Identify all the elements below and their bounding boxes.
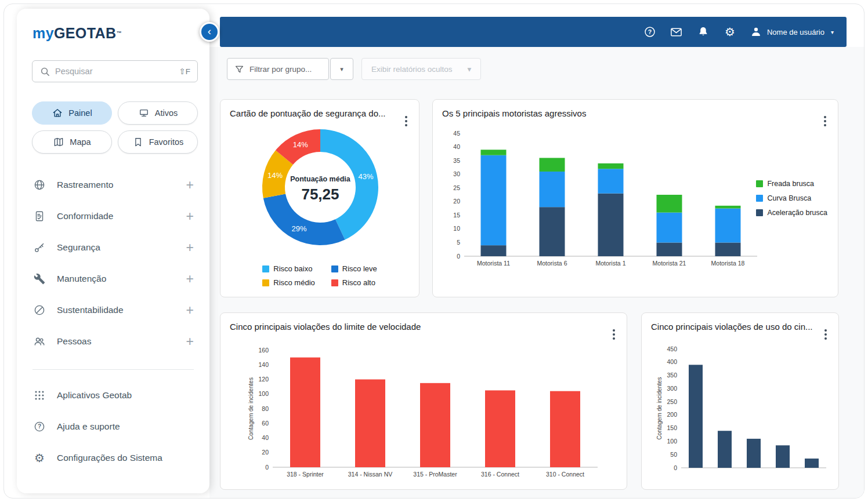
sidebar-item-pessoas[interactable]: Pessoas + (32, 326, 194, 357)
card-title: Cinco principais violações de uso do cin… (642, 313, 838, 332)
svg-text:14%: 14% (267, 171, 283, 180)
sidebar-item-painel[interactable]: Painel (32, 101, 112, 125)
svg-text:Motorista 6: Motorista 6 (537, 260, 567, 267)
svg-text:120: 120 (258, 376, 269, 383)
svg-text:Contagem de incidentes: Contagem de incidentes (656, 377, 663, 440)
svg-text:5: 5 (457, 239, 460, 246)
settings-button[interactable]: ⚙ (723, 25, 737, 39)
kebab-icon (613, 329, 615, 332)
search-input[interactable] (55, 67, 174, 76)
sidebar-item-configuracoes-do-sistema[interactable]: ⚙ Configurações do Sistema (32, 442, 194, 474)
sidebar-item-ajuda-e-suporte[interactable]: ? Ajuda e suporte (32, 411, 194, 442)
legend-item: Aceleração brusca (756, 209, 827, 217)
card-title: Cinco principais violações do limite de … (220, 313, 627, 332)
card-menu-button[interactable] (818, 321, 834, 339)
safety-key-icon (33, 241, 46, 254)
kebab-icon (824, 329, 827, 332)
messages-button[interactable] (670, 25, 683, 39)
people-icon (33, 335, 46, 348)
svg-text:Contagem de incidentes: Contagem de incidentes (248, 377, 254, 440)
filter-by-group-dropdown[interactable]: Filtrar por grupo... (227, 58, 329, 80)
safety-donut-legend: Risco baixoRisco leveRisco médioRisco al… (220, 264, 419, 287)
sidebar-item-rastreamento[interactable]: Rastreamento + (32, 169, 194, 201)
svg-text:25: 25 (453, 184, 460, 191)
sidebar-divider (32, 369, 194, 370)
kebab-icon (405, 116, 407, 118)
sidebar-item-mapa[interactable]: Mapa (32, 130, 112, 154)
svg-text:20: 20 (453, 198, 460, 205)
svg-text:200: 200 (667, 411, 677, 418)
svg-text:40: 40 (262, 434, 269, 441)
sidebar: myGEOTAB™ ⇧F Painel Ativos (17, 9, 209, 493)
chevron-down-icon: ▾ (340, 66, 343, 72)
svg-text:60: 60 (262, 420, 269, 427)
sidebar-item-aplicativos-geotab[interactable]: Aplicativos Geotab (32, 380, 194, 411)
expand-plus-icon[interactable]: + (186, 210, 194, 223)
expand-plus-icon[interactable]: + (186, 272, 194, 286)
aggressive-drivers-chart: 051015202530354045Motorista 11Motorista … (443, 126, 791, 275)
mail-icon (670, 26, 683, 39)
card-menu-button[interactable] (606, 321, 622, 339)
svg-text:310 - Connect: 310 - Connect (546, 471, 584, 478)
show-hidden-reports-dropdown[interactable]: Exibir relatórios ocultos ▾ (361, 58, 481, 80)
svg-text:45: 45 (453, 130, 460, 137)
notifications-button[interactable] (696, 25, 710, 39)
svg-text:50: 50 (670, 451, 677, 458)
user-menu[interactable]: Nome de usuário ▾ (750, 26, 834, 38)
apps-grid-icon (33, 389, 46, 402)
legend-item: Freada brusca (756, 180, 827, 188)
svg-text:250: 250 (667, 398, 677, 405)
legend-item: Curva Brusca (756, 194, 827, 202)
sidebar-item-seguranca[interactable]: Segurança + (32, 232, 194, 263)
svg-text:0: 0 (457, 253, 460, 260)
svg-text:100: 100 (667, 438, 677, 445)
user-name: Nome de usuário (767, 28, 824, 37)
svg-text:140: 140 (258, 361, 269, 368)
expand-plus-icon[interactable]: + (186, 304, 194, 317)
wrench-icon (34, 273, 45, 285)
sidebar-item-sustentabilidade[interactable]: Sustentabilidade + (32, 294, 194, 326)
user-icon (750, 26, 762, 38)
help-icon: ? (643, 26, 656, 38)
seatbelt-violations-card: Cinco principais violações de uso do cin… (641, 312, 839, 490)
svg-text:100: 100 (258, 390, 269, 397)
sidebar-item-favoritos[interactable]: Favoritos (118, 130, 198, 154)
card-menu-button[interactable] (817, 108, 833, 125)
filter-group: Filtrar por grupo... ▾ (227, 58, 353, 80)
expand-plus-icon[interactable]: + (186, 335, 194, 348)
search-field[interactable]: ⇧F (32, 60, 198, 82)
svg-text:43%: 43% (359, 172, 374, 181)
bell-icon (697, 26, 710, 38)
chevron-down-icon: ▾ (831, 29, 834, 35)
sidebar-item-conformidade[interactable]: Conformidade + (32, 201, 194, 232)
sidebar-item-manutencao[interactable]: Manutenção + (32, 263, 194, 294)
keyboard-shortcut-hint: ⇧F (179, 67, 190, 76)
topbar: ? ⚙ Nome de usuário ▾ (220, 17, 847, 47)
kebab-icon (824, 116, 826, 118)
svg-text:?: ? (648, 28, 652, 35)
sidebar-collapse-button[interactable]: ‹ (200, 22, 219, 42)
svg-text:450: 450 (667, 345, 677, 352)
filter-icon (234, 64, 244, 74)
seatbelt-violations-chart: 050100150200250300350400450Contagem de i… (644, 345, 838, 488)
bookmark-icon (132, 136, 144, 148)
home-icon (52, 107, 63, 119)
legend-item: Risco alto (331, 278, 377, 287)
card-title: Os 5 principais motoristas agressivos (433, 100, 838, 118)
svg-text:Motorista 18: Motorista 18 (711, 260, 745, 267)
svg-text:75,25: 75,25 (301, 185, 339, 203)
svg-text:Motorista 21: Motorista 21 (653, 260, 686, 267)
svg-text:80: 80 (262, 405, 269, 412)
svg-text:10: 10 (453, 225, 460, 232)
speed-violations-card: Cinco principais violações do limite de … (220, 312, 627, 490)
sidebar-item-ativos[interactable]: Ativos (118, 101, 198, 125)
svg-text:Pontuação média: Pontuação média (290, 175, 351, 183)
help-button[interactable]: ? (643, 25, 657, 39)
filter-by-group-caret[interactable]: ▾ (330, 58, 353, 80)
svg-text:14%: 14% (293, 140, 308, 149)
expand-plus-icon[interactable]: + (186, 179, 194, 192)
sidebar-footer: Aplicativos Geotab ? Ajuda e suporte ⚙ C… (32, 380, 194, 474)
expand-plus-icon[interactable]: + (186, 241, 194, 254)
svg-text:400: 400 (667, 358, 677, 365)
svg-text:314 - Nissan NV: 314 - Nissan NV (348, 471, 392, 478)
